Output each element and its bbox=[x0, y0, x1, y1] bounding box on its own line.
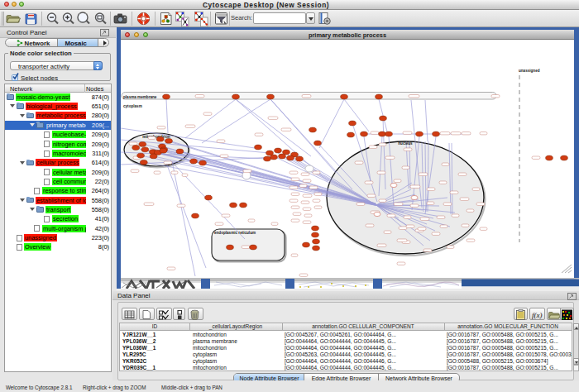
svg-text:mitochondrion: mitochondrion bbox=[142, 135, 170, 139]
svg-text:unassigned: unassigned bbox=[519, 69, 540, 73]
svg-text:f(x): f(x) bbox=[532, 311, 543, 319]
svg-text:plasma membrane: plasma membrane bbox=[123, 95, 157, 99]
svg-text:cytoplasm: cytoplasm bbox=[123, 104, 142, 108]
svg-text:nucleus: nucleus bbox=[398, 141, 413, 146]
svg-text:endoplasmic reticulum: endoplasmic reticulum bbox=[214, 231, 256, 235]
